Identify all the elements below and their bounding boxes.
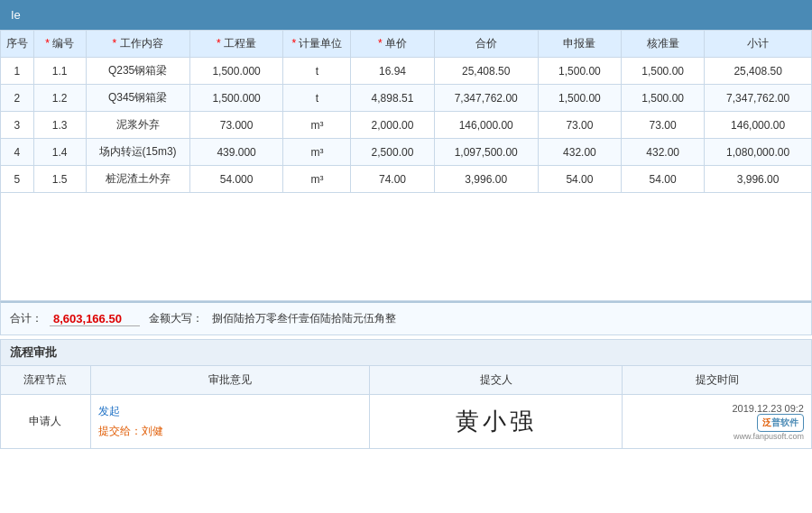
process-cell-node: 申请人 xyxy=(1,395,91,449)
process-header: 流程审批 xyxy=(0,339,812,365)
data-table: 序号 * 编号 * 工作内容 * 工程量 * 计量单位 * 单价 合价 申报量 … xyxy=(0,30,812,193)
cell-declared: 432.00 xyxy=(538,139,621,166)
cell-subtotal: 1,080,000.00 xyxy=(705,139,812,166)
cell-code: 1.3 xyxy=(33,112,86,139)
cell-content: Q235钢箱梁 xyxy=(86,58,189,85)
cell-declared: 54.00 xyxy=(538,166,621,193)
process-header-time: 提交时间 xyxy=(623,366,812,395)
cell-code: 1.2 xyxy=(33,85,86,112)
cell-approved: 1,500.00 xyxy=(622,85,705,112)
cell-price: 16.94 xyxy=(351,58,434,85)
cell-code: 1.5 xyxy=(33,166,86,193)
process-header-comment: 审批意见 xyxy=(90,366,370,395)
process-cell-comment: 发起 提交给：刘健 xyxy=(90,395,370,449)
submitter-signature: 黄小强 xyxy=(456,408,537,435)
cell-seq: 2 xyxy=(1,85,34,112)
cell-unit: m³ xyxy=(283,139,351,166)
header-approved: 核准量 xyxy=(622,31,705,58)
cell-price: 2,000.00 xyxy=(351,112,434,139)
summary-value: 8,603,166.50 xyxy=(50,312,140,326)
header-seq: 序号 xyxy=(1,31,34,58)
cell-price: 2,500.00 xyxy=(351,139,434,166)
cell-approved: 54.00 xyxy=(622,166,705,193)
process-table: 流程节点 审批意见 提交人 提交时间 申请人 发起 提交给：刘健 黄小强 201… xyxy=(0,365,812,449)
cell-unit: t xyxy=(283,85,351,112)
logo-text: 泛普软件 xyxy=(757,414,804,432)
cell-code: 1.1 xyxy=(33,58,86,85)
header-code: * 编号 xyxy=(33,31,86,58)
cell-declared: 73.00 xyxy=(538,112,621,139)
summary-amount-value: 捌佰陆拾万零叁仟壹佰陆拾陆元伍角整 xyxy=(212,311,802,326)
send-to-label: 提交给：刘健 xyxy=(98,425,163,437)
cell-price: 4,898.51 xyxy=(351,85,434,112)
process-header-node: 流程节点 xyxy=(1,366,91,395)
process-cell-submitter: 黄小强 xyxy=(370,395,623,449)
top-bar-title: Ie xyxy=(11,8,21,22)
summary-section: 合计： 8,603,166.50 金额大写： 捌佰陆拾万零叁仟壹佰陆拾陆元伍角整 xyxy=(0,301,812,335)
cell-qty: 1,500.000 xyxy=(189,58,283,85)
top-bar: Ie xyxy=(0,0,812,30)
cell-content: 泥浆外弃 xyxy=(86,112,189,139)
cell-content: 场内转运(15m3) xyxy=(86,139,189,166)
cell-content: Q345钢箱梁 xyxy=(86,85,189,112)
cell-unit: m³ xyxy=(283,112,351,139)
logo-area: 泛普软件 www.fanpusoft.com xyxy=(734,414,804,441)
table-header-row: 序号 * 编号 * 工作内容 * 工程量 * 计量单位 * 单价 合价 申报量 … xyxy=(1,31,812,58)
cell-subtotal: 146,000.00 xyxy=(705,112,812,139)
header-total: 合价 xyxy=(434,31,538,58)
cell-declared: 1,500.00 xyxy=(538,85,621,112)
main-content: 序号 * 编号 * 工作内容 * 工程量 * 计量单位 * 单价 合价 申报量 … xyxy=(0,30,812,449)
cell-approved: 432.00 xyxy=(622,139,705,166)
cell-seq: 5 xyxy=(1,166,34,193)
header-declared: 申报量 xyxy=(538,31,621,58)
cell-qty: 439.000 xyxy=(189,139,283,166)
cell-subtotal: 7,347,762.00 xyxy=(705,85,812,112)
header-subtotal: 小计 xyxy=(705,31,812,58)
cell-declared: 1,500.00 xyxy=(538,58,621,85)
process-section: 流程审批 流程节点 审批意见 提交人 提交时间 申请人 发起 提交给：刘健 黄小… xyxy=(0,339,812,449)
cell-content: 桩泥渣土外弃 xyxy=(86,166,189,193)
cell-approved: 1,500.00 xyxy=(622,58,705,85)
submit-time: 2019.12.23 09:2 xyxy=(732,403,804,414)
header-qty: * 工程量 xyxy=(189,31,283,58)
cell-total: 3,996.00 xyxy=(434,166,538,193)
cell-unit: m³ xyxy=(283,166,351,193)
process-header-row: 流程节点 审批意见 提交人 提交时间 xyxy=(1,366,812,395)
table-row: 51.5桩泥渣土外弃54.000m³74.003,996.0054.0054.0… xyxy=(1,166,812,193)
table-row: 11.1Q235钢箱梁1,500.000t16.9425,408.501,500… xyxy=(1,58,812,85)
cell-total: 1,097,500.00 xyxy=(434,139,538,166)
cell-seq: 1 xyxy=(1,58,34,85)
empty-filler xyxy=(0,193,812,301)
table-row: 31.3泥浆外弃73.000m³2,000.00146,000.0073.007… xyxy=(1,112,812,139)
header-content: * 工作内容 xyxy=(86,31,189,58)
process-row: 申请人 发起 提交给：刘健 黄小强 2019.12.23 09:2 泛普软件 w… xyxy=(1,395,812,449)
process-cell-time: 2019.12.23 09:2 泛普软件 www.fanpusoft.com xyxy=(623,395,812,449)
cell-total: 146,000.00 xyxy=(434,112,538,139)
cell-price: 74.00 xyxy=(351,166,434,193)
summary-amount-label: 金额大写： xyxy=(140,311,212,326)
cell-qty: 73.000 xyxy=(189,112,283,139)
process-header-submitter: 提交人 xyxy=(370,366,623,395)
submit-action: 发起 xyxy=(98,405,120,417)
cell-total: 7,347,762.00 xyxy=(434,85,538,112)
logo-sub: www.fanpusoft.com xyxy=(734,432,804,441)
header-price: * 单价 xyxy=(351,31,434,58)
cell-unit: t xyxy=(283,58,351,85)
header-unit: * 计量单位 xyxy=(283,31,351,58)
cell-code: 1.4 xyxy=(33,139,86,166)
cell-qty: 54.000 xyxy=(189,166,283,193)
cell-qty: 1,500.000 xyxy=(189,85,283,112)
cell-total: 25,408.50 xyxy=(434,58,538,85)
table-row: 21.2Q345钢箱梁1,500.000t4,898.517,347,762.0… xyxy=(1,85,812,112)
cell-seq: 3 xyxy=(1,112,34,139)
cell-subtotal: 3,996.00 xyxy=(705,166,812,193)
summary-label: 合计： xyxy=(10,311,50,326)
cell-seq: 4 xyxy=(1,139,34,166)
table-row: 41.4场内转运(15m3)439.000m³2,500.001,097,500… xyxy=(1,139,812,166)
cell-subtotal: 25,408.50 xyxy=(705,58,812,85)
cell-approved: 73.00 xyxy=(622,112,705,139)
